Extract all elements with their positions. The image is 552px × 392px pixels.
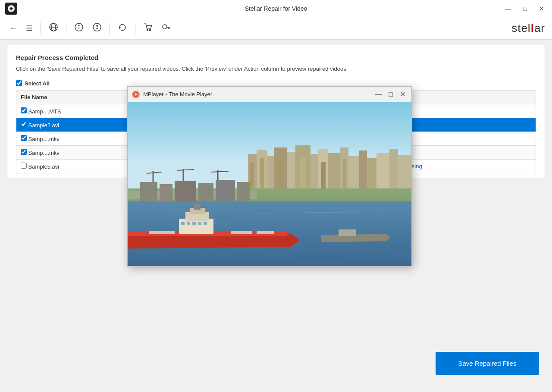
svg-point-6 <box>78 25 79 26</box>
modal-close-button[interactable]: ✕ <box>398 89 407 99</box>
toolbar: ← ☰ <box>0 17 552 40</box>
svg-rect-34 <box>398 155 411 188</box>
row-filename: Samp....MTS <box>27 108 61 115</box>
svg-rect-47 <box>216 180 235 201</box>
title-bar: Stellar Repair for Video — □ ✕ <box>0 0 552 17</box>
refresh-icon[interactable] <box>115 21 130 36</box>
toolbar-separator-1 <box>41 22 41 34</box>
svg-rect-74 <box>339 229 356 236</box>
svg-rect-48 <box>237 182 250 201</box>
row-filename: Samp....mkv <box>27 150 60 156</box>
svg-rect-65 <box>149 231 175 234</box>
toolbar-separator-3 <box>110 22 110 34</box>
menu-icon[interactable]: ☰ <box>23 22 35 35</box>
modal-controls: — □ ✕ <box>373 89 407 99</box>
svg-rect-35 <box>250 163 254 188</box>
modal-title: MPlayer - The Movie Player <box>143 91 370 97</box>
svg-rect-69 <box>181 222 185 225</box>
svg-rect-71 <box>192 222 196 225</box>
row-checkbox[interactable] <box>21 163 27 169</box>
row-checkbox[interactable] <box>21 121 27 127</box>
svg-rect-40 <box>343 159 346 188</box>
row-checkbox[interactable] <box>21 107 27 113</box>
save-repaired-files-button[interactable]: Save Repaired Files <box>436 352 539 375</box>
window-title: Stellar Repair for Video <box>245 5 307 12</box>
svg-rect-21 <box>267 156 274 188</box>
mplayer-icon <box>132 91 140 98</box>
svg-rect-27 <box>328 153 340 188</box>
app-logo <box>5 3 17 15</box>
svg-rect-23 <box>287 152 295 188</box>
svg-rect-70 <box>187 222 190 225</box>
svg-rect-68 <box>194 204 201 210</box>
select-all-checkbox[interactable] <box>16 80 22 86</box>
toolbar-separator-4 <box>135 22 135 34</box>
modal-maximize-button[interactable]: □ <box>387 90 395 99</box>
row-filename: Sample2.avi <box>27 122 59 129</box>
svg-rect-30 <box>359 151 367 188</box>
help-icon[interactable] <box>90 21 104 36</box>
svg-rect-72 <box>198 222 201 225</box>
repair-desc: Click on the 'Save Repaired Files' to sa… <box>16 65 536 73</box>
svg-rect-62 <box>179 219 213 234</box>
svg-rect-29 <box>348 156 359 188</box>
row-checkbox[interactable] <box>21 135 27 141</box>
stellar-brand: stellar <box>511 22 545 35</box>
svg-rect-25 <box>310 154 318 188</box>
window-controls: — □ ✕ <box>503 4 547 13</box>
svg-rect-36 <box>260 158 264 188</box>
minimize-button[interactable]: — <box>503 4 514 13</box>
logo-icon <box>5 3 17 15</box>
svg-rect-46 <box>198 183 213 201</box>
select-all-row: Select All <box>16 80 536 87</box>
key-icon[interactable] <box>159 21 173 36</box>
close-button[interactable]: ✕ <box>536 4 547 13</box>
repair-title: Repair Process Completed <box>16 54 536 61</box>
city-scene-svg <box>128 102 411 266</box>
row-filename: Samp....mkv <box>27 136 60 142</box>
save-button-container: Save Repaired Files <box>436 352 539 375</box>
svg-rect-67 <box>257 231 274 234</box>
svg-point-11 <box>163 25 167 29</box>
toolbar-separator-2 <box>66 22 66 34</box>
cart-icon[interactable] <box>141 21 155 36</box>
svg-rect-44 <box>160 184 172 201</box>
video-preview <box>128 102 411 266</box>
modal-title-bar: MPlayer - The Movie Player — □ ✕ <box>128 87 411 102</box>
modal-minimize-button[interactable]: — <box>373 90 383 99</box>
row-checkbox[interactable] <box>21 149 27 155</box>
mplayer-modal: MPlayer - The Movie Player — □ ✕ <box>127 86 412 267</box>
globe-icon[interactable] <box>46 21 61 36</box>
svg-point-10 <box>150 30 151 31</box>
svg-rect-31 <box>367 158 376 188</box>
svg-rect-39 <box>321 162 326 188</box>
svg-rect-73 <box>204 222 207 225</box>
select-all-label: Select All <box>25 80 50 87</box>
svg-point-8 <box>97 28 97 29</box>
svg-rect-32 <box>376 153 389 188</box>
maximize-button[interactable]: □ <box>521 4 530 13</box>
svg-rect-33 <box>389 149 398 188</box>
svg-rect-45 <box>175 181 196 201</box>
back-icon[interactable]: ← <box>7 22 20 34</box>
svg-rect-66 <box>231 231 252 234</box>
svg-rect-38 <box>300 157 306 188</box>
info-icon[interactable] <box>72 21 86 36</box>
row-filename: Sample5.avi <box>27 163 59 170</box>
svg-rect-43 <box>140 182 157 201</box>
svg-rect-37 <box>278 160 283 188</box>
svg-point-9 <box>147 30 148 31</box>
